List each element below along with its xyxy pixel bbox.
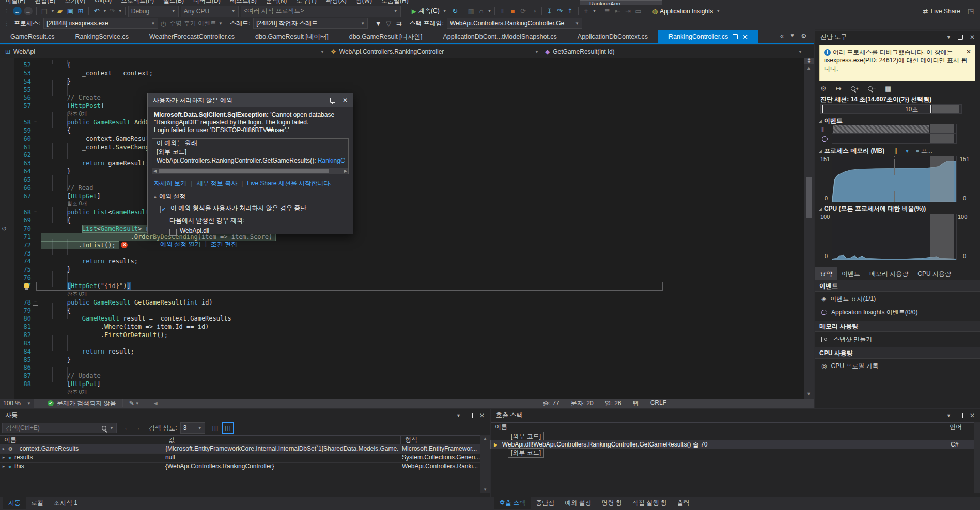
live-share-button[interactable]: ⇄Live Share bbox=[923, 8, 960, 15]
solution-platform-select[interactable]: Any CPU▼ bbox=[181, 6, 239, 17]
summary-item[interactable]: ◈이벤트 표시(1/1) bbox=[815, 293, 980, 305]
unindent-icon[interactable]: ⇤ bbox=[612, 6, 623, 17]
window-menu-icon[interactable]: ▼ bbox=[946, 35, 951, 40]
code-line[interactable]: 75 } bbox=[0, 265, 804, 274]
filter-icon[interactable]: ▼ bbox=[373, 18, 383, 28]
editor-vertical-scrollbar[interactable]: ‡ ▲ ▼ bbox=[804, 58, 814, 399]
process-select[interactable]: [20848] iisexpress.exe▼ bbox=[43, 18, 158, 29]
code-line[interactable]: 88 [HttpPut] bbox=[0, 380, 804, 388]
code-line[interactable]: 82 .FirstOrDefault(); bbox=[0, 331, 804, 339]
pin-icon[interactable] bbox=[733, 34, 738, 39]
column-header-이름[interactable]: 이름 bbox=[0, 436, 164, 444]
code-line[interactable]: 69 { bbox=[0, 216, 804, 225]
chevron-down-icon[interactable]: ▼ bbox=[535, 50, 539, 54]
exception-action-link[interactable]: 자세히 보기 bbox=[154, 179, 186, 188]
close-icon[interactable]: ✕ bbox=[966, 47, 971, 56]
events-track-row[interactable] bbox=[832, 124, 957, 134]
code-line[interactable]: 52 { bbox=[0, 61, 804, 69]
pen-icon[interactable]: ✎ bbox=[129, 400, 134, 407]
pin-icon[interactable] bbox=[958, 413, 963, 418]
nav-back-icon[interactable]: ← bbox=[124, 424, 130, 432]
tab-dbo-gameresult-[interactable]: dbo.GameResult [디자인] bbox=[339, 30, 433, 43]
continue-button[interactable]: ▶계속(C)▼ bbox=[409, 6, 450, 17]
code-line[interactable]: 61 _context.SaveChanges(); bbox=[0, 143, 804, 151]
tab-rankingservice-cs[interactable]: RankingService.cs bbox=[65, 30, 139, 43]
exception-settings-header[interactable]: ▲ 예외 설정 bbox=[153, 192, 348, 201]
diagnostics-tab-메모리 사용량[interactable]: 메모리 사용량 bbox=[865, 267, 913, 280]
code-line[interactable]: 58− public GameResult AddGameResult(Game… bbox=[0, 118, 804, 126]
chevron-down-icon[interactable]: ▼ bbox=[320, 50, 324, 54]
column-header-형식[interactable]: 형식 bbox=[401, 436, 480, 444]
zoom-out-icon[interactable]: − bbox=[868, 86, 876, 91]
close-icon[interactable]: ✕ bbox=[742, 33, 748, 41]
menu-item[interactable]: Git(G) bbox=[95, 0, 112, 5]
step-out-icon[interactable]: ↥ bbox=[565, 6, 575, 17]
flag-toggle-icon[interactable]: ◫ bbox=[212, 424, 218, 432]
chevron-down-icon[interactable]: ▼ bbox=[798, 50, 802, 54]
nav-forward-icon[interactable]: → bbox=[134, 424, 141, 432]
code-line[interactable]: 66 // Read bbox=[0, 184, 804, 192]
scroll-right-icon[interactable]: ▶ bbox=[344, 169, 347, 173]
call-stack-titlebar[interactable]: 호출 스택 ▼ ✕ bbox=[491, 409, 980, 421]
code-line[interactable]: 87 // Update bbox=[0, 372, 804, 380]
bottom-tab-예외 설정[interactable]: 예외 설정 bbox=[559, 497, 596, 509]
tab-applicationdbcontext-cs[interactable]: ApplicationDbContext.cs bbox=[567, 30, 658, 43]
exception-settings-link[interactable]: 예외 설정 열기 bbox=[160, 240, 201, 249]
menu-item[interactable]: 분석(N) bbox=[266, 0, 287, 5]
cpu-chart[interactable] bbox=[832, 214, 957, 260]
diagnostics-tab-CPU 사용량[interactable]: CPU 사용량 bbox=[913, 267, 956, 280]
startup-project-select[interactable]: <여러 시작 프로젝트>▼ bbox=[241, 6, 401, 17]
diagnostics-tab-요약[interactable]: 요약 bbox=[815, 267, 837, 280]
save-icon[interactable]: ▣ bbox=[65, 6, 75, 17]
zoom-selector[interactable]: 100 %▼ bbox=[0, 399, 34, 408]
bottom-tab-호출 스택[interactable]: 호출 스택 bbox=[494, 497, 531, 509]
outline-icon[interactable]: ≣ bbox=[602, 6, 612, 17]
stop-debugging-icon[interactable]: ■ bbox=[508, 6, 518, 17]
pin-icon[interactable] bbox=[468, 413, 473, 418]
hscroll-left-icon[interactable]: ◀ bbox=[154, 401, 158, 406]
code-line[interactable]: 86 bbox=[0, 363, 804, 372]
codelens-references[interactable]: 참조 0개 bbox=[67, 200, 87, 208]
code-line[interactable]: 63 return gameResult; bbox=[0, 159, 804, 167]
tab-applicationdbcont-tmodelsnapshot-cs[interactable]: ApplicationDbCont...tModelSnapshot.cs bbox=[433, 30, 567, 43]
restart-icon[interactable]: ⟳ bbox=[518, 6, 528, 17]
codelens-references[interactable]: 참조 0개 bbox=[67, 389, 87, 396]
bottom-tab-자동[interactable]: 자동 bbox=[3, 497, 26, 509]
checkbox-checked-icon[interactable]: ✔ bbox=[160, 206, 167, 213]
exception-settings-link[interactable]: 조건 편집 bbox=[211, 240, 237, 249]
browser-link-icon[interactable]: ▥ bbox=[466, 6, 476, 17]
codelens-references[interactable]: 참조 0개 bbox=[67, 110, 87, 118]
code-line[interactable]: 72 .ToList();✕ bbox=[0, 241, 804, 249]
code-line[interactable]: 84 return result; bbox=[0, 347, 804, 356]
code-editor[interactable]: 52 {53 _context = context;54 }5556 // Cr… bbox=[0, 58, 814, 399]
column-header-이름[interactable]: 이름 bbox=[491, 423, 945, 432]
autos-titlebar[interactable]: 자동 ▼ ✕ bbox=[0, 409, 490, 421]
step-over-icon[interactable]: ↷ bbox=[555, 6, 565, 17]
code-line[interactable]: 70↺ List<GameResult> results = _context.… bbox=[0, 225, 804, 233]
menu-item[interactable]: 파일(F) bbox=[5, 0, 25, 5]
codelens-row[interactable]: 참조 0개 bbox=[0, 388, 804, 396]
codelens-row[interactable]: 참조 0개 bbox=[0, 290, 804, 298]
menu-item[interactable]: 창(W) bbox=[356, 0, 372, 5]
menu-item[interactable]: 빌드(B) bbox=[163, 0, 184, 5]
code-line[interactable]: 85 } bbox=[0, 356, 804, 364]
call-stack-frame[interactable]: [외부 코드] bbox=[491, 449, 974, 457]
break-checkbox-row[interactable]: ✔이 예외 형식을 사용자가 처리하지 않은 경우 중단 bbox=[153, 201, 348, 213]
timeline-ruler[interactable]: 10초 bbox=[820, 104, 962, 114]
navigate-back-icon[interactable]: ← bbox=[13, 7, 22, 15]
tab-dbo-gameresult-[interactable]: dbo.GameResult [데이터] bbox=[245, 30, 339, 43]
close-icon[interactable]: ✕ bbox=[343, 97, 348, 104]
search-depth-select[interactable]: 3▼ bbox=[180, 422, 205, 434]
home-icon[interactable]: ⌂ bbox=[476, 6, 487, 17]
codelens-row[interactable]: 참조 0개 bbox=[0, 200, 804, 208]
autos-row[interactable]: ▸⚙_context.GameResults{Microsoft.EntityF… bbox=[0, 444, 480, 454]
breadcrumb-project[interactable]: ⊞ WebApi bbox=[5, 45, 35, 58]
scrollbar-thumb[interactable] bbox=[159, 169, 329, 173]
code-line[interactable]: 78− public GameResult GetGameResult(int … bbox=[0, 298, 804, 307]
show-next-statement-icon[interactable]: ➝ bbox=[528, 6, 539, 17]
code-line[interactable]: 54 } bbox=[0, 77, 804, 86]
problems-status[interactable]: 문제가 검색되지 않음 bbox=[57, 399, 116, 408]
undo-icon[interactable]: ↶ bbox=[91, 6, 102, 17]
export-icon[interactable]: ↦ bbox=[836, 85, 842, 92]
scroll-left-icon[interactable]: ◀ bbox=[153, 169, 157, 173]
